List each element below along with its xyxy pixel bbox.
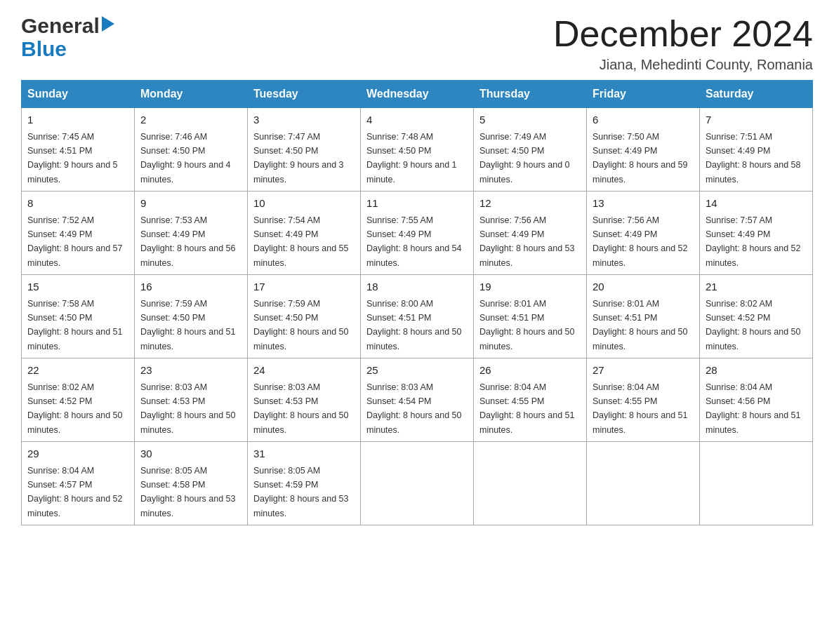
day-info: Sunrise: 7:49 AMSunset: 4:50 PMDaylight:… bbox=[479, 132, 570, 185]
calendar-week-4: 22 Sunrise: 8:02 AMSunset: 4:52 PMDaylig… bbox=[22, 358, 813, 442]
day-number: 28 bbox=[706, 363, 807, 379]
day-number: 30 bbox=[140, 446, 241, 462]
calendar-week-1: 1 Sunrise: 7:45 AMSunset: 4:51 PMDayligh… bbox=[22, 108, 813, 192]
table-row: 30 Sunrise: 8:05 AMSunset: 4:58 PMDaylig… bbox=[135, 442, 248, 525]
day-info: Sunrise: 8:02 AMSunset: 4:52 PMDaylight:… bbox=[27, 382, 123, 435]
table-row: 29 Sunrise: 8:04 AMSunset: 4:57 PMDaylig… bbox=[22, 442, 135, 525]
day-number: 22 bbox=[27, 363, 128, 379]
page-header: General Blue December 2024 Jiana, Mehedi… bbox=[21, 14, 813, 73]
col-thursday: Thursday bbox=[474, 81, 587, 108]
day-info: Sunrise: 8:04 AMSunset: 4:57 PMDaylight:… bbox=[27, 466, 123, 518]
day-info: Sunrise: 8:01 AMSunset: 4:51 PMDaylight:… bbox=[593, 299, 688, 351]
col-sunday: Sunday bbox=[22, 81, 135, 108]
col-tuesday: Tuesday bbox=[248, 81, 361, 108]
day-number: 11 bbox=[366, 196, 468, 212]
day-info: Sunrise: 8:01 AMSunset: 4:51 PMDaylight:… bbox=[479, 299, 575, 351]
svg-marker-0 bbox=[102, 16, 114, 32]
table-row: 17 Sunrise: 7:59 AMSunset: 4:50 PMDaylig… bbox=[248, 275, 361, 358]
day-info: Sunrise: 7:56 AMSunset: 4:49 PMDaylight:… bbox=[479, 215, 575, 268]
day-number: 31 bbox=[253, 446, 355, 462]
day-info: Sunrise: 7:59 AMSunset: 4:50 PMDaylight:… bbox=[253, 299, 349, 351]
day-number: 12 bbox=[479, 196, 581, 212]
day-number: 25 bbox=[366, 363, 468, 379]
day-number: 5 bbox=[479, 112, 581, 128]
table-row: 5 Sunrise: 7:49 AMSunset: 4:50 PMDayligh… bbox=[474, 108, 587, 192]
table-row: 21 Sunrise: 8:02 AMSunset: 4:52 PMDaylig… bbox=[700, 275, 813, 358]
logo: General Blue bbox=[21, 14, 114, 60]
day-info: Sunrise: 7:48 AMSunset: 4:50 PMDaylight:… bbox=[366, 132, 457, 185]
table-row: 13 Sunrise: 7:56 AMSunset: 4:49 PMDaylig… bbox=[587, 192, 700, 275]
day-info: Sunrise: 7:53 AMSunset: 4:49 PMDaylight:… bbox=[140, 215, 236, 268]
day-info: Sunrise: 7:54 AMSunset: 4:49 PMDaylight:… bbox=[253, 215, 349, 268]
calendar-week-2: 8 Sunrise: 7:52 AMSunset: 4:49 PMDayligh… bbox=[22, 192, 813, 275]
logo-line2: Blue bbox=[21, 37, 114, 60]
title-block: December 2024 Jiana, Mehedinti County, R… bbox=[553, 14, 813, 73]
day-number: 18 bbox=[366, 279, 468, 295]
logo-general-text: General bbox=[21, 14, 100, 37]
day-info: Sunrise: 7:58 AMSunset: 4:50 PMDaylight:… bbox=[27, 299, 123, 351]
table-row: 20 Sunrise: 8:01 AMSunset: 4:51 PMDaylig… bbox=[587, 275, 700, 358]
day-number: 7 bbox=[706, 112, 807, 128]
col-saturday: Saturday bbox=[700, 81, 813, 108]
table-row: 23 Sunrise: 8:03 AMSunset: 4:53 PMDaylig… bbox=[135, 358, 248, 442]
table-row: 14 Sunrise: 7:57 AMSunset: 4:49 PMDaylig… bbox=[700, 192, 813, 275]
day-info: Sunrise: 8:05 AMSunset: 4:59 PMDaylight:… bbox=[253, 466, 349, 518]
table-row bbox=[700, 442, 813, 525]
day-number: 17 bbox=[253, 279, 355, 295]
table-row bbox=[587, 442, 700, 525]
day-info: Sunrise: 8:03 AMSunset: 4:54 PMDaylight:… bbox=[366, 382, 462, 435]
day-number: 10 bbox=[253, 196, 355, 212]
table-row: 6 Sunrise: 7:50 AMSunset: 4:49 PMDayligh… bbox=[587, 108, 700, 192]
table-row: 11 Sunrise: 7:55 AMSunset: 4:49 PMDaylig… bbox=[361, 192, 474, 275]
table-row: 8 Sunrise: 7:52 AMSunset: 4:49 PMDayligh… bbox=[22, 192, 135, 275]
calendar-week-3: 15 Sunrise: 7:58 AMSunset: 4:50 PMDaylig… bbox=[22, 275, 813, 358]
day-number: 23 bbox=[140, 363, 241, 379]
day-info: Sunrise: 8:05 AMSunset: 4:58 PMDaylight:… bbox=[140, 466, 236, 518]
day-info: Sunrise: 7:59 AMSunset: 4:50 PMDaylight:… bbox=[140, 299, 236, 351]
table-row: 16 Sunrise: 7:59 AMSunset: 4:50 PMDaylig… bbox=[135, 275, 248, 358]
day-info: Sunrise: 7:50 AMSunset: 4:49 PMDaylight:… bbox=[593, 132, 688, 185]
table-row: 22 Sunrise: 8:02 AMSunset: 4:52 PMDaylig… bbox=[22, 358, 135, 442]
table-row: 9 Sunrise: 7:53 AMSunset: 4:49 PMDayligh… bbox=[135, 192, 248, 275]
calendar-header-row: Sunday Monday Tuesday Wednesday Thursday… bbox=[22, 81, 813, 108]
table-row: 19 Sunrise: 8:01 AMSunset: 4:51 PMDaylig… bbox=[474, 275, 587, 358]
day-number: 9 bbox=[140, 196, 241, 212]
table-row: 12 Sunrise: 7:56 AMSunset: 4:49 PMDaylig… bbox=[474, 192, 587, 275]
location: Jiana, Mehedinti County, Romania bbox=[553, 57, 813, 73]
table-row: 26 Sunrise: 8:04 AMSunset: 4:55 PMDaylig… bbox=[474, 358, 587, 442]
logo-line1: General bbox=[21, 14, 114, 37]
day-number: 16 bbox=[140, 279, 241, 295]
day-info: Sunrise: 8:03 AMSunset: 4:53 PMDaylight:… bbox=[253, 382, 349, 435]
day-number: 15 bbox=[27, 279, 128, 295]
table-row: 2 Sunrise: 7:46 AMSunset: 4:50 PMDayligh… bbox=[135, 108, 248, 192]
day-info: Sunrise: 7:47 AMSunset: 4:50 PMDaylight:… bbox=[253, 132, 344, 185]
day-info: Sunrise: 7:51 AMSunset: 4:49 PMDaylight:… bbox=[706, 132, 801, 185]
col-friday: Friday bbox=[587, 81, 700, 108]
table-row: 24 Sunrise: 8:03 AMSunset: 4:53 PMDaylig… bbox=[248, 358, 361, 442]
day-info: Sunrise: 8:03 AMSunset: 4:53 PMDaylight:… bbox=[140, 382, 236, 435]
day-number: 29 bbox=[27, 446, 128, 462]
table-row: 27 Sunrise: 8:04 AMSunset: 4:55 PMDaylig… bbox=[587, 358, 700, 442]
day-info: Sunrise: 8:02 AMSunset: 4:52 PMDaylight:… bbox=[706, 299, 801, 351]
day-number: 19 bbox=[479, 279, 581, 295]
logo-blue-text: Blue bbox=[21, 37, 67, 60]
table-row: 25 Sunrise: 8:03 AMSunset: 4:54 PMDaylig… bbox=[361, 358, 474, 442]
table-row bbox=[474, 442, 587, 525]
day-number: 13 bbox=[593, 196, 694, 212]
table-row: 1 Sunrise: 7:45 AMSunset: 4:51 PMDayligh… bbox=[22, 108, 135, 192]
day-number: 26 bbox=[479, 363, 581, 379]
day-info: Sunrise: 7:52 AMSunset: 4:49 PMDaylight:… bbox=[27, 215, 123, 268]
table-row: 10 Sunrise: 7:54 AMSunset: 4:49 PMDaylig… bbox=[248, 192, 361, 275]
table-row: 15 Sunrise: 7:58 AMSunset: 4:50 PMDaylig… bbox=[22, 275, 135, 358]
day-info: Sunrise: 8:04 AMSunset: 4:55 PMDaylight:… bbox=[593, 382, 688, 435]
day-number: 3 bbox=[253, 112, 355, 128]
day-number: 6 bbox=[593, 112, 694, 128]
day-number: 2 bbox=[140, 112, 241, 128]
month-title: December 2024 bbox=[553, 14, 813, 54]
day-number: 24 bbox=[253, 363, 355, 379]
day-info: Sunrise: 8:04 AMSunset: 4:56 PMDaylight:… bbox=[706, 382, 801, 435]
table-row: 4 Sunrise: 7:48 AMSunset: 4:50 PMDayligh… bbox=[361, 108, 474, 192]
day-number: 27 bbox=[593, 363, 694, 379]
logo-triangle-icon bbox=[102, 16, 114, 34]
day-number: 1 bbox=[27, 112, 128, 128]
